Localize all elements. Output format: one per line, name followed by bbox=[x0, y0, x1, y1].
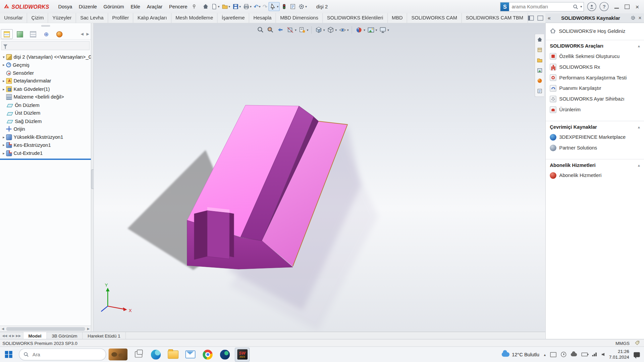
welcome-link[interactable]: SOLIDWORKS'e Hoş Geldiniz bbox=[546, 23, 644, 40]
close-button[interactable]: × bbox=[635, 3, 639, 9]
zoom-to-area-icon[interactable] bbox=[266, 25, 275, 35]
tree-item-yukseklik-ekstruzyon1[interactable]: ▸ Yükseklik-Ekstrüzyon1 bbox=[0, 133, 91, 141]
expand-arrow-icon[interactable]: ▸ bbox=[1, 135, 6, 139]
tree-item-sensorler[interactable]: Sensörler bbox=[0, 69, 91, 77]
tree-item-sag-duzlem[interactable]: Sağ Düzlem bbox=[0, 117, 91, 125]
tree-item-orijin[interactable]: Orijin bbox=[0, 125, 91, 133]
design-library-icon[interactable] bbox=[536, 47, 542, 53]
expand-arrow-icon[interactable]: ▸ bbox=[1, 143, 6, 147]
file-explorer-button[interactable] bbox=[164, 348, 181, 362]
open-button[interactable]: ▾ bbox=[221, 2, 231, 11]
expand-arrow-icon[interactable]: ▸ bbox=[1, 151, 6, 155]
rebuild-button[interactable] bbox=[280, 2, 288, 11]
redo-button[interactable]: ↷ bbox=[262, 3, 268, 10]
pane-toggle-left-icon[interactable] bbox=[528, 16, 534, 21]
tab-hareket-etudu[interactable]: Hareket Etüdü 1 bbox=[83, 332, 126, 340]
tab-kalip-araclari[interactable]: Kalıp Araçları bbox=[133, 13, 171, 23]
tree-horizontal-scrollbar[interactable]: ◀ ▶ bbox=[0, 325, 91, 331]
print-button[interactable]: ▾ bbox=[242, 2, 253, 11]
home-tab-icon[interactable] bbox=[536, 37, 542, 43]
edge-browser-button[interactable] bbox=[147, 348, 164, 362]
tab-sac-levha[interactable]: Sac Levha bbox=[76, 13, 108, 23]
edit-appearance-icon[interactable]: ▾ bbox=[355, 25, 366, 35]
scroll-prev-icon[interactable]: ◀ bbox=[8, 334, 11, 338]
tab-mesh-modelleme[interactable]: Mesh Modelleme bbox=[171, 13, 218, 23]
menu-araclar[interactable]: Araçlar bbox=[144, 2, 166, 11]
view-palette-icon[interactable] bbox=[536, 67, 542, 73]
menu-gorunum[interactable]: Görünüm bbox=[100, 2, 127, 11]
collapse-section-icon[interactable]: ▴ bbox=[638, 163, 640, 167]
display-style-icon[interactable]: ▾ bbox=[326, 25, 337, 35]
tab-mbd-dimensions[interactable]: MBD Dimensions bbox=[276, 13, 323, 23]
taskpane-item-urunlerim[interactable]: Ürünlerim bbox=[546, 104, 644, 115]
collapse-section-icon[interactable]: ▴ bbox=[638, 125, 640, 129]
tree-item-on-duzlem[interactable]: Ön Düzlem bbox=[0, 101, 91, 109]
search-dropdown-icon[interactable]: ▾ bbox=[580, 5, 582, 8]
select-cursor-button[interactable]: ▾ bbox=[269, 2, 280, 11]
tab-model[interactable]: Model bbox=[23, 332, 47, 340]
scroll-left-icon[interactable]: ◀ bbox=[0, 327, 6, 330]
scroll-first-icon[interactable]: ◀◀ bbox=[2, 334, 7, 338]
language-indicator-icon[interactable] bbox=[550, 352, 556, 357]
taskpane-item-3dexperience[interactable]: 3DEXPERIENCE Marketplace bbox=[546, 132, 644, 143]
view-settings-icon[interactable]: ▾ bbox=[378, 25, 389, 35]
battery-icon[interactable] bbox=[582, 353, 588, 356]
tray-clock-icon[interactable] bbox=[561, 352, 566, 357]
start-button[interactable] bbox=[0, 348, 17, 362]
configurationmanager-tab[interactable] bbox=[27, 29, 39, 39]
task-view-button[interactable] bbox=[130, 348, 147, 362]
scrollbar-thumb[interactable] bbox=[6, 327, 85, 330]
tab-unsurlar[interactable]: Unsurlar bbox=[0, 13, 27, 23]
section-solidworks-araclari[interactable]: SOLIDWORKS Araçları▴ bbox=[546, 40, 644, 51]
hidden-icons-chevron[interactable]: ▴ bbox=[544, 352, 546, 356]
tabs-scroll-left-icon[interactable]: ◀ bbox=[80, 32, 84, 36]
chrome-button[interactable] bbox=[199, 348, 216, 362]
user-account-icon[interactable] bbox=[587, 2, 596, 11]
tab-sw-cam-tbm[interactable]: SOLIDWORKS CAM TBM bbox=[462, 13, 528, 23]
section-view-icon[interactable]: ▾ bbox=[286, 25, 297, 35]
dynamic-annotation-views-icon[interactable]: ▾ bbox=[298, 25, 309, 35]
hide-show-items-icon[interactable]: ▾ bbox=[338, 25, 349, 35]
save-button[interactable]: ▾ bbox=[231, 2, 242, 11]
propertymanager-tab[interactable] bbox=[14, 29, 26, 39]
menu-dosya[interactable]: Dosya bbox=[55, 2, 75, 11]
task-pane-gear-icon[interactable] bbox=[631, 15, 636, 20]
scroll-last-icon[interactable]: ▶▶ bbox=[16, 334, 21, 338]
tab-mbd[interactable]: MBD bbox=[388, 13, 407, 23]
home-button[interactable] bbox=[201, 2, 210, 11]
expand-arrow-icon[interactable]: ▸ bbox=[1, 63, 6, 67]
tree-root-item[interactable]: ▾ dişi 2 (Varsayılan) <<Varsayılan>_Gö bbox=[0, 53, 91, 61]
section-abonelik-hizmetleri[interactable]: Abonelik Hizmetleri▴ bbox=[546, 159, 644, 170]
file-properties-button[interactable] bbox=[289, 2, 297, 11]
taskbar-clock[interactable]: 21:26 7.01.2024 bbox=[609, 349, 629, 360]
part-model[interactable]: Y X bbox=[94, 23, 545, 332]
pin-menu-icon[interactable] bbox=[192, 4, 197, 9]
widgets-weather-image[interactable] bbox=[109, 349, 127, 361]
tab-cizim[interactable]: Çizim bbox=[27, 13, 48, 23]
menu-duzenle[interactable]: Düzenle bbox=[75, 2, 100, 11]
status-tag-icon[interactable] bbox=[635, 340, 640, 346]
menu-ekle[interactable]: Ekle bbox=[127, 2, 144, 11]
previous-view-icon[interactable] bbox=[276, 25, 285, 35]
solidworks-app-button[interactable]: SW2023 bbox=[233, 348, 251, 362]
help-icon[interactable]: ? bbox=[600, 2, 609, 11]
featuremanager-tree-tab[interactable] bbox=[1, 29, 13, 39]
taskbar-search[interactable] bbox=[19, 349, 106, 361]
panel-grab-handle[interactable] bbox=[0, 23, 91, 29]
pane-toggle-right-icon[interactable] bbox=[537, 16, 543, 21]
zoom-to-fit-icon[interactable] bbox=[256, 25, 265, 35]
menu-pencere[interactable]: Pencere bbox=[166, 2, 191, 11]
tab-sw-eklentileri[interactable]: SOLIDWORKS Eklentileri bbox=[323, 13, 387, 23]
weather-widget[interactable]: 12°C Bulutlu bbox=[501, 352, 539, 357]
expand-arrow-icon[interactable]: ▸ bbox=[1, 87, 6, 91]
mail-button[interactable] bbox=[182, 348, 199, 362]
maximize-button[interactable] bbox=[625, 4, 630, 9]
scroll-next-icon[interactable]: ▶ bbox=[12, 334, 15, 338]
tab-isaretleme[interactable]: İşaretleme bbox=[218, 13, 249, 23]
search-icon[interactable] bbox=[573, 4, 578, 9]
tab-profiller[interactable]: Profiller bbox=[108, 13, 133, 23]
tree-item-cut-extrude1[interactable]: ▸ Cut-Extrude1 bbox=[0, 149, 91, 157]
taskpane-item-performans[interactable]: Performans Karşılaştırma Testi bbox=[546, 72, 644, 83]
collapse-section-icon[interactable]: ▴ bbox=[638, 44, 640, 48]
collapse-task-pane-button[interactable]: « bbox=[548, 15, 551, 21]
